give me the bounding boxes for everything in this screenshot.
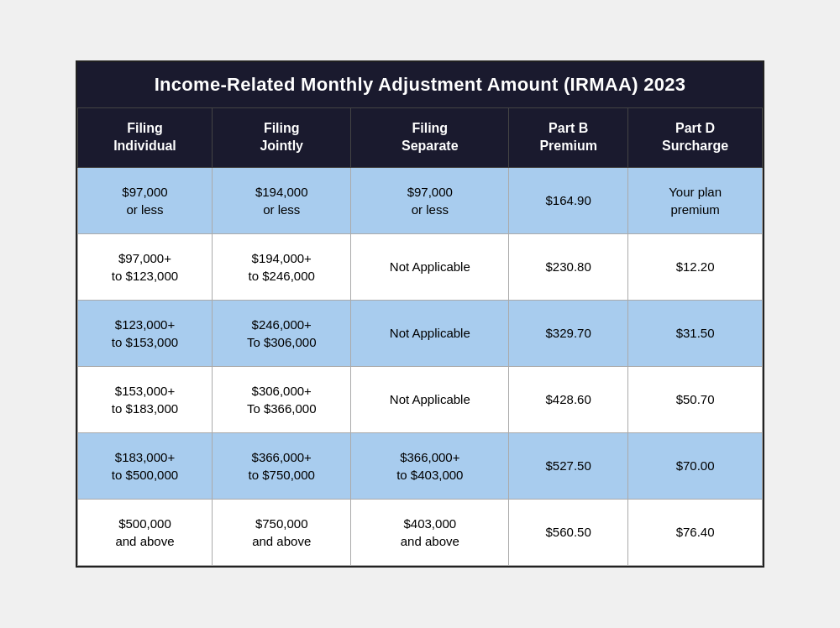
- table-row-5: $500,000and above$750,000and above$403,0…: [78, 499, 763, 565]
- cell-2-0: $123,000+to $153,000: [78, 300, 213, 366]
- cell-0-2: $97,000or less: [351, 167, 509, 233]
- cell-5-2: $403,000and above: [351, 499, 509, 565]
- table-row-3: $153,000+to $183,000$306,000+To $366,000…: [78, 366, 763, 432]
- cell-2-4: $31.50: [628, 300, 763, 366]
- cell-1-4: $12.20: [628, 233, 763, 300]
- cell-4-2: $366,000+to $403,000: [351, 432, 509, 499]
- table-row-0: $97,000or less$194,000or less$97,000or l…: [78, 167, 763, 233]
- cell-2-2: Not Applicable: [351, 300, 509, 366]
- cell-3-4: $50.70: [628, 366, 763, 432]
- cell-0-0: $97,000or less: [78, 167, 213, 233]
- table-row-1: $97,000+to $123,000$194,000+to $246,000N…: [78, 233, 763, 300]
- cell-3-1: $306,000+To $366,000: [212, 366, 351, 432]
- cell-4-0: $183,000+to $500,000: [78, 432, 213, 499]
- cell-3-0: $153,000+to $183,000: [78, 366, 213, 432]
- cell-1-2: Not Applicable: [351, 233, 509, 300]
- cell-5-0: $500,000and above: [78, 499, 213, 565]
- cell-4-1: $366,000+to $750,000: [212, 432, 351, 499]
- cell-3-3: $428.60: [509, 366, 628, 432]
- cell-2-1: $246,000+To $306,000: [212, 300, 351, 366]
- header-col-0: FilingIndividual: [78, 108, 213, 168]
- cell-2-3: $329.70: [509, 300, 628, 366]
- cell-1-3: $230.80: [509, 233, 628, 300]
- cell-4-3: $527.50: [509, 432, 628, 499]
- header-col-4: Part DSurcharge: [628, 108, 763, 168]
- cell-0-3: $164.90: [509, 167, 628, 233]
- cell-1-1: $194,000+to $246,000: [212, 233, 351, 300]
- irmaa-table: FilingIndividualFilingJointlyFilingSepar…: [77, 107, 763, 566]
- cell-5-3: $560.50: [509, 499, 628, 565]
- header-col-2: FilingSeparate: [351, 108, 509, 168]
- cell-5-4: $76.40: [628, 499, 763, 565]
- table-title: Income-Related Monthly Adjustment Amount…: [77, 62, 763, 107]
- irmaa-table-wrapper: Income-Related Monthly Adjustment Amount…: [76, 60, 764, 568]
- cell-5-1: $750,000and above: [212, 499, 351, 565]
- cell-0-1: $194,000or less: [212, 167, 351, 233]
- cell-3-2: Not Applicable: [351, 366, 509, 432]
- cell-4-4: $70.00: [628, 432, 763, 499]
- header-col-1: FilingJointly: [212, 108, 351, 168]
- cell-0-4: Your planpremium: [628, 167, 763, 233]
- cell-1-0: $97,000+to $123,000: [78, 233, 213, 300]
- header-row: FilingIndividualFilingJointlyFilingSepar…: [78, 108, 763, 168]
- table-row-2: $123,000+to $153,000$246,000+To $306,000…: [78, 300, 763, 366]
- table-row-4: $183,000+to $500,000$366,000+to $750,000…: [78, 432, 763, 499]
- header-col-3: Part BPremium: [509, 108, 628, 168]
